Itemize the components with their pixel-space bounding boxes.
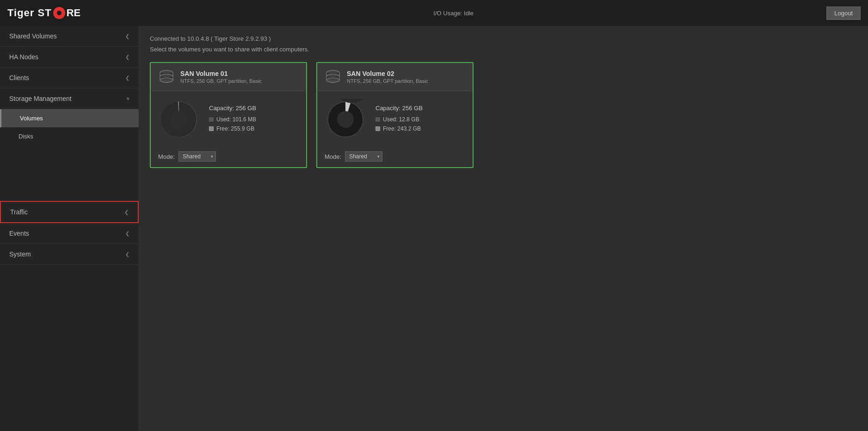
logo-o-icon	[53, 7, 65, 19]
sidebar-item-label: System	[9, 250, 31, 258]
sidebar-item-label: Events	[9, 230, 29, 237]
volume-1-free: Free: 255.9 GB	[216, 125, 254, 132]
sidebar-item-label: Storage Management	[9, 95, 72, 102]
chevron-icon: ❮	[125, 33, 129, 39]
volume-1-used-row: Used: 101.6 MB	[209, 116, 299, 123]
volume-1-free-row: Free: 255.9 GB	[209, 125, 299, 132]
sidebar-sub-label: Disks	[18, 133, 33, 140]
chevron-icon: ❮	[124, 209, 129, 215]
mode-label-1: Mode:	[158, 153, 175, 160]
logo: Tiger STRE	[7, 7, 80, 19]
header: Tiger STRE I/O Usage: Idle Logout	[0, 0, 868, 26]
volume-2-header: SAN Volume 02 NTFS, 256 GB, GPT partitio…	[317, 63, 473, 91]
sidebar-item-traffic[interactable]: Traffic ❮	[0, 201, 139, 223]
sidebar-item-label: Clients	[9, 74, 29, 81]
svg-point-7	[326, 78, 339, 82]
sidebar-item-volumes[interactable]: Volumes	[0, 109, 139, 127]
used-dot	[209, 117, 214, 122]
sidebar-item-label: HA Nodes	[9, 53, 38, 61]
volume-1-body: Capacity: 256 GB Used: 101.6 MB Free: 25…	[151, 91, 306, 148]
volume-2-stats: Capacity: 256 GB Used: 12.8 GB Free: 243…	[376, 105, 465, 135]
volume-1-capacity: Capacity: 256 GB	[209, 105, 299, 112]
volume-2-title-group: SAN Volume 02 NTFS, 256 GB, GPT partitio…	[347, 70, 428, 84]
sidebar-item-label: Shared Volumes	[9, 32, 57, 40]
volume-1-title-group: SAN Volume 01 NTFS, 256 GB, GPT partitio…	[180, 70, 262, 84]
volumes-grid: SAN Volume 01 NTFS, 256 GB, GPT partitio…	[150, 62, 857, 168]
connection-info: Connected to 10.0.4.8 ( Tiger Store 2.9.…	[150, 35, 857, 42]
sidebar-item-label: Traffic	[10, 208, 28, 216]
volume-1-pie	[158, 99, 200, 140]
content-area: Connected to 10.0.4.8 ( Tiger Store 2.9.…	[139, 26, 868, 431]
volume-card-2: SAN Volume 02 NTFS, 256 GB, GPT partitio…	[316, 62, 474, 168]
volume-2-title: SAN Volume 02	[347, 70, 428, 77]
svg-point-9	[337, 111, 354, 128]
sidebar-sub-label: Volumes	[20, 115, 43, 122]
volume-2-pie	[325, 99, 366, 140]
volume-1-stats: Capacity: 256 GB Used: 101.6 MB Free: 25…	[209, 105, 299, 135]
sidebar-item-system[interactable]: System ❮	[0, 244, 139, 265]
main-layout: Shared Volumes ❮ HA Nodes ❮ Clients ❮ St…	[0, 26, 868, 431]
chevron-icon: ❮	[125, 54, 129, 60]
chevron-icon: ❮	[125, 251, 129, 257]
logo-tiger-text: Tiger ST	[7, 7, 52, 19]
volume-2-free-row: Free: 243.2 GB	[376, 125, 465, 132]
sidebar-item-disks[interactable]: Disks	[0, 127, 139, 145]
sidebar-item-events[interactable]: Events ❮	[0, 223, 139, 244]
used-dot-2	[376, 117, 380, 122]
sidebar-item-storage-management[interactable]: Storage Management ▾	[0, 88, 139, 109]
sidebar: Shared Volumes ❮ HA Nodes ❮ Clients ❮ St…	[0, 26, 139, 431]
database-icon-2	[325, 69, 341, 85]
volume-2-used-row: Used: 12.8 GB	[376, 116, 465, 123]
volume-1-title: SAN Volume 01	[180, 70, 262, 77]
svg-point-2	[160, 78, 173, 82]
volume-1-footer: Mode: Shared Exclusive Disabled	[151, 148, 306, 167]
volume-2-used: Used: 12.8 GB	[383, 116, 419, 123]
logo-re-text: RE	[67, 7, 81, 19]
io-usage-label: I/O Usage: Idle	[433, 10, 474, 17]
volume-1-subtitle: NTFS, 256 GB, GPT partition, Basic	[180, 78, 262, 84]
chevron-icon: ❮	[125, 75, 129, 81]
free-dot	[209, 126, 214, 131]
mode-wrapper-1: Shared Exclusive Disabled	[179, 151, 216, 162]
free-dot-2	[376, 126, 380, 131]
volume-2-capacity: Capacity: 256 GB	[376, 105, 465, 112]
mode-label-2: Mode:	[325, 153, 341, 160]
mode-select-1[interactable]: Shared Exclusive Disabled	[179, 151, 216, 162]
chevron-icon: ❮	[125, 231, 129, 237]
volume-1-used: Used: 101.6 MB	[216, 116, 256, 123]
sidebar-item-shared-volumes[interactable]: Shared Volumes ❮	[0, 26, 139, 47]
sidebar-item-ha-nodes[interactable]: HA Nodes ❮	[0, 47, 139, 68]
volume-card-1: SAN Volume 01 NTFS, 256 GB, GPT partitio…	[150, 62, 307, 168]
svg-point-4	[171, 111, 187, 128]
volume-2-body: Capacity: 256 GB Used: 12.8 GB Free: 243…	[317, 91, 473, 148]
chevron-down-icon: ▾	[127, 96, 129, 102]
mode-select-2[interactable]: Shared Exclusive Disabled	[345, 151, 382, 162]
volume-2-footer: Mode: Shared Exclusive Disabled	[317, 148, 473, 167]
mode-wrapper-2: Shared Exclusive Disabled	[345, 151, 382, 162]
volume-2-free: Free: 243.2 GB	[383, 125, 421, 132]
page-subtitle: Select the volumes you want to share wit…	[150, 46, 857, 53]
database-icon	[158, 69, 175, 85]
logout-button[interactable]: Logout	[826, 6, 861, 20]
volume-2-subtitle: NTFS, 256 GB, GPT partition, Basic	[347, 78, 428, 84]
sidebar-item-clients[interactable]: Clients ❮	[0, 68, 139, 88]
volume-1-header: SAN Volume 01 NTFS, 256 GB, GPT partitio…	[151, 63, 306, 91]
